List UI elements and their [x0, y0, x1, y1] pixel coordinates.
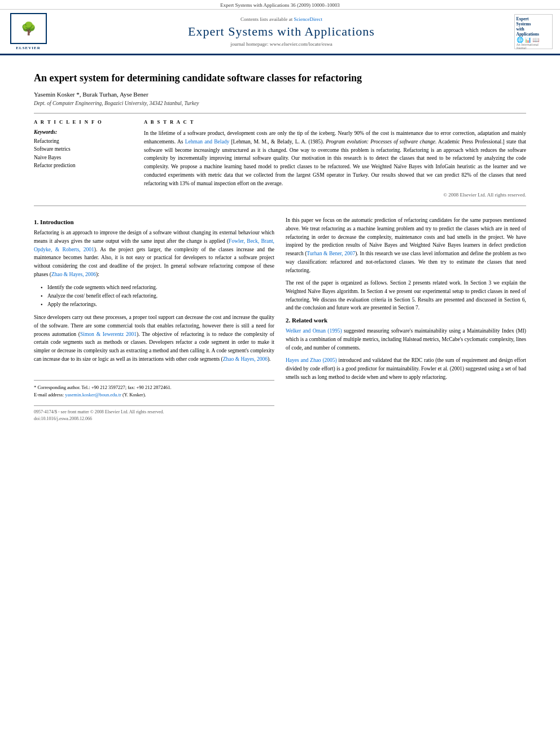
- article-info-label: A R T I C L E I N F O: [34, 119, 133, 125]
- zhao-hayes-link[interactable]: Zhao & Hayes, 2006: [51, 272, 96, 277]
- bottom-line1: 0957-4174/$ - see front matter © 2008 El…: [34, 409, 274, 416]
- simon-link[interactable]: Simon & Iewerentz 2001: [80, 331, 137, 337]
- divider-1: [34, 113, 526, 113]
- elsevier-logo-box: 🌳: [10, 13, 47, 44]
- section2-heading: 2. Related work: [286, 317, 526, 324]
- journal-title: Expert Systems with Applications: [56, 24, 506, 39]
- article-info-abstract: A R T I C L E I N F O Keywords: Refactor…: [34, 119, 526, 198]
- lehman-link[interactable]: Lehman and Belady: [185, 139, 229, 145]
- turhan-link[interactable]: Turhan & Bener, 2007: [307, 251, 355, 256]
- tree-icon: 🌳: [21, 23, 36, 35]
- keyword-2: Software metrics: [34, 145, 133, 153]
- paper-title: An expert system for determining candida…: [34, 71, 526, 85]
- chart-icon: 📊: [524, 37, 531, 43]
- affiliation: Dept. of Computer Engineering, Bogazici …: [34, 101, 526, 106]
- keyword-4: Refactor prediction: [34, 161, 133, 169]
- section1-para2: Since developers carry out these process…: [34, 313, 274, 363]
- col-left: 1. Introduction Refactoring is an approa…: [34, 216, 274, 422]
- elsevier-wordmark: ELSEVIER: [16, 46, 40, 50]
- copyright: © 2008 Elsevier Ltd. All rights reserved…: [144, 192, 526, 198]
- section1-heading: 1. Introduction: [34, 219, 274, 225]
- section2-para1: Welker and Oman (1995) suggested measuri…: [286, 327, 526, 352]
- keywords-label: Keywords:: [34, 129, 133, 135]
- welker-link[interactable]: Welker and Oman (1995): [286, 328, 342, 334]
- bullet-item-3: Apply the refactorings.: [41, 300, 274, 309]
- email-link[interactable]: yasemin.kosker@boun.edu.tr: [65, 392, 121, 397]
- authors: Yasemin Kosker *, Burak Turhan, Ayse Ben…: [34, 91, 526, 98]
- logo-box-right: ExpertSystemswithApplications 🌐 📊 📖 An I…: [514, 14, 553, 49]
- elsevier-logo: 🌳 ELSEVIER: [6, 13, 51, 50]
- main-body: 1. Introduction Refactoring is an approa…: [34, 216, 526, 422]
- logo-icons: 🌐 📊 📖: [517, 37, 539, 43]
- journal-citation: Expert Systems with Applications 36 (200…: [220, 2, 340, 8]
- article-info: A R T I C L E I N F O Keywords: Refactor…: [34, 119, 133, 198]
- zhao-hayes-link2[interactable]: Zhao & Hayes, 2006: [223, 356, 268, 362]
- bullet-item-2: Analyze the cost/ benefit effect of each…: [41, 292, 274, 300]
- journal-url: journal homepage: www.elsevier.com/locat…: [56, 41, 506, 47]
- section1-right-para1: In this paper we focus on the automatic …: [286, 216, 526, 274]
- section1-right-para2: The rest of the paper is organized as fo…: [286, 279, 526, 312]
- sciencedirect-link[interactable]: ScienceDirect: [294, 16, 322, 22]
- bullet-list: Identify the code segments which need re…: [41, 283, 274, 309]
- abstract-text: In the lifetime of a software product, d…: [144, 129, 526, 187]
- abstract-body: In the lifetime of a software product, d…: [144, 130, 526, 186]
- page-content: An expert system for determining candida…: [0, 55, 560, 434]
- globe-icon: 🌐: [517, 37, 523, 43]
- header-center: Contents lists available at ScienceDirec…: [56, 16, 506, 47]
- keyword-3: Naive Bayes: [34, 154, 133, 161]
- section1-para1: Refactoring is an approach to improve th…: [34, 229, 274, 278]
- fowler-link[interactable]: Fowler, Beck, Brant, Opdyke, & Roberts, …: [34, 238, 274, 252]
- section2-para2: Hayes and Zhao (2005) introduced and val…: [286, 356, 526, 381]
- footnote-star: * Corresponding author. Tel.: +90 212 35…: [34, 384, 274, 391]
- journal-header: 🌳 ELSEVIER Contents lists available at S…: [0, 10, 560, 55]
- contents-line: Contents lists available at ScienceDirec…: [56, 16, 506, 22]
- bullet-item-1: Identify the code segments which need re…: [41, 283, 274, 292]
- bottom-bar: 0957-4174/$ - see front matter © 2008 El…: [34, 405, 274, 422]
- hayes-link[interactable]: Hayes and Zhao (2005): [286, 357, 337, 363]
- logo-title: ExpertSystemswithApplications: [517, 16, 539, 37]
- book-icon: 📖: [532, 37, 539, 43]
- footnote-area: * Corresponding author. Tel.: +90 212 35…: [34, 380, 274, 399]
- footnote-email: E-mail address: yasemin.kosker@boun.edu.…: [34, 391, 274, 399]
- bottom-line2: doi:10.1016/j.eswa.2008.12.066: [34, 416, 274, 422]
- abstract-col: A B S T R A C T In the lifetime of a sof…: [144, 119, 526, 198]
- col-right: In this paper we focus on the automatic …: [286, 216, 526, 422]
- journal-logo-right: ExpertSystemswithApplications 🌐 📊 📖 An I…: [512, 14, 554, 49]
- abstract-label: A B S T R A C T: [144, 119, 526, 125]
- divider-2: [34, 206, 526, 206]
- top-bar: Expert Systems with Applications 36 (200…: [0, 0, 560, 10]
- logo-note: An InternationalJournal: [517, 43, 539, 50]
- keyword-1: Refactoring: [34, 137, 133, 145]
